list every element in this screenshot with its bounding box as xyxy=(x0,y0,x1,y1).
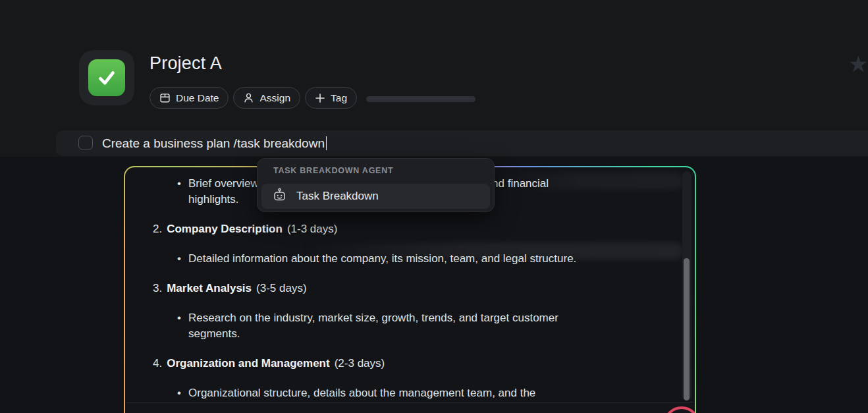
project-actions: Due Date Assign Tag xyxy=(149,87,357,109)
doc-item-company-description: 2.Company Description(1-3 days) xyxy=(153,221,607,237)
agent-popup: TASK BREAKDOWN AGENT Task Breakdown xyxy=(257,158,495,212)
task-input-value: Create a business plan /task breakdown xyxy=(102,136,325,150)
progress-bar xyxy=(366,96,475,102)
task-row[interactable]: Create a business plan /task breakdown xyxy=(56,130,868,156)
tag-label: Tag xyxy=(331,92,347,104)
plus-icon xyxy=(315,93,325,103)
task-checkbox[interactable] xyxy=(78,136,93,150)
card-footer xyxy=(126,402,693,413)
doc-bullet: Organizational structure, details about … xyxy=(153,385,578,401)
item-number: 2. xyxy=(153,223,162,235)
person-icon xyxy=(243,92,254,103)
page-title: Project A xyxy=(149,53,222,74)
assign-button[interactable]: Assign xyxy=(233,87,300,109)
calendar-icon xyxy=(159,92,171,103)
star-icon[interactable]: ★ xyxy=(848,53,868,75)
item-title: Market Analysis xyxy=(167,282,252,294)
red-arc-decoration xyxy=(663,406,695,413)
project-icon[interactable] xyxy=(79,50,134,105)
doc-bullet: Detailed information about the company, … xyxy=(153,251,578,267)
due-date-button[interactable]: Due Date xyxy=(149,87,229,109)
item-title: Organization and Management xyxy=(167,357,329,370)
app-background: Brief overview of the business, its miss… xyxy=(0,0,868,413)
item-duration: (1-3 days) xyxy=(287,223,338,235)
scrollbar-thumb[interactable] xyxy=(684,258,690,400)
tag-button[interactable]: Tag xyxy=(305,87,357,109)
item-duration: (3-5 days) xyxy=(256,282,307,294)
task-input[interactable]: Create a business plan /task breakdown xyxy=(102,130,327,156)
doc-bullet: Research on the industry, market size, g… xyxy=(153,310,578,342)
agent-item-task-breakdown[interactable]: Task Breakdown xyxy=(261,184,490,209)
item-number: 3. xyxy=(153,282,162,294)
item-number: 4. xyxy=(153,357,162,370)
item-duration: (2-3 days) xyxy=(335,357,385,370)
doc-item-organization-management: 4.Organization and Management(2-3 days) xyxy=(153,356,607,372)
due-date-label: Due Date xyxy=(176,92,219,104)
check-glyph xyxy=(94,65,119,90)
agent-item-label: Task Breakdown xyxy=(296,190,379,203)
check-mark-emoji-icon xyxy=(88,59,125,96)
text-caret xyxy=(326,136,327,150)
item-title: Company Description xyxy=(167,223,283,235)
assign-label: Assign xyxy=(259,92,290,104)
robot-icon xyxy=(272,188,287,206)
doc-item-market-analysis: 3.Market Analysis(3-5 days) xyxy=(153,281,607,296)
agent-popup-section-label: TASK BREAKDOWN AGENT xyxy=(273,166,393,175)
